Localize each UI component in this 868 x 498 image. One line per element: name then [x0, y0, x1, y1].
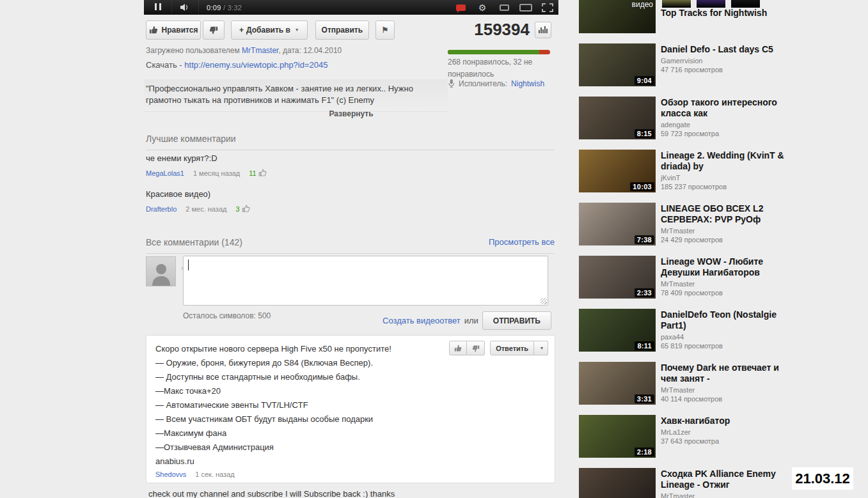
annotations-button[interactable] [450, 0, 471, 15]
pause-button[interactable] [144, 0, 172, 15]
fullscreen-button[interactable] [537, 0, 558, 15]
video-thumbnail[interactable]: 2:33 [579, 256, 656, 299]
related-video-item[interactable]: 9:04 Daniel Defo - Last days C5 Gamerrvi… [579, 43, 868, 86]
video-thumbnail[interactable]: 9:04 [579, 43, 656, 86]
resize-handle[interactable] [541, 298, 547, 304]
related-video-item[interactable]: 7:38 LINEAGE ОБО ВСЕХ L2 СЕРВЕРАХ: PVP Р… [579, 203, 868, 245]
video-title[interactable]: DanielDefo Teon (Nostalgie Part1) [661, 309, 796, 331]
small-player-button[interactable] [493, 0, 515, 15]
related-video-item[interactable]: 8:11 DanielDefo Teon (Nostalgie Part1) p… [579, 309, 868, 352]
add-to-button[interactable]: + Добавить в ▼ [231, 20, 308, 40]
small-player-icon [500, 4, 509, 11]
share-label: Отправить [322, 26, 363, 35]
player-control-bar: 0:09 / 3:32 ⚙ [144, 0, 558, 15]
microphone-icon [448, 79, 455, 88]
share-button[interactable]: Отправить [315, 20, 369, 40]
comment-input[interactable] [183, 256, 548, 306]
expand-description-button[interactable]: Развернуть [329, 109, 373, 118]
video-author[interactable]: MrTmaster [661, 386, 796, 394]
video-author[interactable]: MrTmaster [661, 280, 796, 288]
comment-author-link[interactable]: Shedovvs [155, 471, 186, 478]
video-author[interactable]: paxa44 [661, 333, 796, 341]
speaker-icon [180, 3, 191, 12]
video-thumbnail[interactable]: 8:15 [579, 97, 656, 139]
playlist-mini-thumbnail[interactable] [697, 0, 725, 8]
dislike-button[interactable] [203, 20, 225, 40]
video-title[interactable]: Сходка PK Alliance Enemy Lineage - Отжиг [661, 469, 796, 490]
next-comment-teaser: check out my channel and subscribe I wil… [148, 489, 395, 498]
duration-badge: 10:03 [630, 182, 654, 191]
playlist-title[interactable]: Top Tracks for Nightwish [661, 8, 827, 19]
duration-badge: 7:38 [635, 235, 654, 244]
video-title[interactable]: Хавк-нагибатор [661, 416, 796, 426]
reply-button[interactable]: Ответить [490, 341, 534, 355]
video-title[interactable]: Обзор такого интересного класса как [661, 97, 796, 119]
comment-dislike-button[interactable] [467, 341, 485, 355]
video-thumbnail[interactable]: 3:31 [579, 362, 656, 405]
video-views: 37 643 просмотра [661, 437, 796, 445]
comment-author-link[interactable]: MegaLolas1 [146, 169, 184, 177]
video-thumbnail[interactable]: 7:38 [579, 203, 656, 245]
playlist-mini-thumbnail[interactable] [731, 0, 760, 8]
view-all-comments-link[interactable]: Просмотреть все [489, 237, 555, 247]
artist-label: Исполнитель: [459, 79, 507, 88]
flag-button[interactable]: ⚑ [375, 20, 395, 40]
featured-comment-line: — Оружие, броня, бижутерия до S84 (Включ… [155, 356, 546, 370]
submit-comment-button[interactable]: ОТПРАВИТЬ [482, 311, 551, 330]
thumb-up-icon [242, 205, 250, 213]
video-author[interactable]: adengate [661, 121, 796, 128]
related-video-item[interactable]: 2:33 Lineage WOW - Любите Девушки Нагиба… [579, 256, 868, 299]
video-title[interactable]: LINEAGE ОБО ВСЕХ L2 СЕРВЕРАХ: PVP РуОф [661, 203, 796, 225]
download-link[interactable]: http://enemy.su/viewtopic.php?id=2045 [184, 60, 327, 70]
featured-comment-line: anabius.ru [155, 455, 546, 469]
related-video-item[interactable]: 8:15 Обзор такого интересного класса как… [579, 97, 868, 139]
like-button-label: Нравится [162, 26, 198, 35]
playlist-mini-thumbnail[interactable] [662, 0, 691, 8]
comment-time: 1 месяц назад [193, 169, 240, 177]
featured-comment-line: —Отзывчевая Администрация [155, 440, 546, 455]
duration-badge: 3:31 [635, 394, 654, 403]
artist-link[interactable]: Nightwish [511, 79, 544, 88]
video-thumbnail[interactable]: 2:18 [579, 415, 656, 458]
video-thumbnail[interactable]: 8:11 [579, 309, 656, 352]
playlist-thumbnail[interactable]: видео [579, 0, 656, 33]
video-title[interactable]: Lineage WOW - Любите Девушки Нагибаторов [661, 256, 796, 278]
video-author[interactable]: MrLa1zer [661, 428, 796, 436]
volume-button[interactable] [172, 0, 199, 15]
related-video-item[interactable]: 10:03 Lineage 2. Wedding (KvinT & driada… [579, 150, 868, 192]
reply-options-button[interactable]: ▼ [534, 341, 548, 355]
featured-comment-text: Скоро открытие нового сервера High Five … [155, 342, 546, 469]
create-video-response-link[interactable]: Создать видеоответ [383, 316, 461, 325]
video-thumbnail[interactable]: 10:03 [579, 150, 656, 192]
thumb-down-icon [209, 26, 218, 35]
video-author[interactable]: MrTmaster [661, 227, 796, 235]
related-video-item[interactable]: 2:18 Хавк-нагибатор MrLa1zer 37 643 прос… [579, 415, 868, 458]
plus-icon: + [239, 26, 244, 35]
like-dislike-bar [448, 50, 550, 54]
comment-like-button[interactable] [449, 341, 467, 355]
stats-button[interactable] [535, 22, 551, 38]
video-author[interactable]: jKvinT [661, 174, 796, 182]
text-caret [188, 260, 189, 270]
related-video-item[interactable]: 3:31 Почему Dark не отвечает и чем занят… [579, 362, 868, 405]
bar-chart-icon [539, 26, 548, 33]
video-author[interactable]: MrTmaster [661, 492, 796, 498]
download-row: Скачать - http://enemy.su/viewtopic.php?… [146, 60, 327, 70]
thumb-up-icon [258, 169, 267, 177]
uploaded-row: Загружено пользователем MrTmaster, дата:… [146, 46, 342, 55]
video-title[interactable]: Daniel Defo - Last days C5 [661, 44, 796, 55]
video-author[interactable]: Gamerrvision [661, 57, 796, 65]
duration-badge: 8:15 [635, 129, 654, 138]
top-comment: че енеми курят?:D MegaLolas1 1 месяц наз… [146, 153, 549, 177]
video-thumbnail[interactable] [579, 468, 656, 498]
uploader-link[interactable]: MrTmaster [242, 46, 278, 55]
video-title[interactable]: Lineage 2. Wedding (KvinT & driada) by [661, 150, 796, 172]
comment-votes: 11 [249, 169, 256, 177]
settings-button[interactable]: ⚙ [471, 0, 493, 15]
annotation-bubble-icon [456, 4, 466, 11]
video-title[interactable]: Почему Dark не отвечает и чем занят - [661, 362, 796, 384]
like-button[interactable]: Нравится [146, 20, 201, 40]
large-player-icon [519, 4, 532, 12]
comment-author-link[interactable]: Drafterblo [146, 205, 177, 213]
large-player-button[interactable] [515, 0, 537, 15]
